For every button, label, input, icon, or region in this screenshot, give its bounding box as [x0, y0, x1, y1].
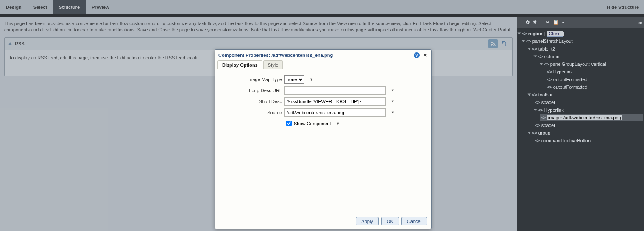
- tree-panelstretch[interactable]: <>panelStretchLayout: [522, 37, 643, 45]
- tab-style[interactable]: Style: [263, 60, 283, 69]
- label-short-desc: Short Desc: [221, 99, 284, 104]
- info-text: This page has been provided as a conveni…: [4, 20, 513, 33]
- dialog-footer: Apply OK Cancel: [356, 217, 427, 225]
- tree-region[interactable]: <>region [Close]: [518, 30, 643, 37]
- tree-column[interactable]: <>column: [534, 53, 643, 60]
- tree-toolbar[interactable]: <>toolbar: [528, 91, 643, 99]
- show-component-label: Show Component: [294, 121, 331, 126]
- ok-button[interactable]: OK: [381, 217, 399, 225]
- close-icon[interactable]: ✕: [422, 53, 428, 58]
- structure-toolbar: + ✿ ✖ ✂ 📋 ▾ » »: [517, 17, 644, 28]
- label-map-type: Image Map Type: [221, 77, 284, 82]
- component-properties-dialog: Component Properties: /adf/webcenter/rss…: [215, 49, 432, 229]
- label-source: Source: [221, 110, 284, 115]
- tree-image-selected[interactable]: <>image: /adf/webcenter/rss_ena.png: [540, 114, 643, 121]
- rss-icon[interactable]: [488, 39, 498, 48]
- dialog-form: Image Map Type none ▼ Long Desc URL ▼ Sh…: [215, 69, 431, 136]
- tree-cmdbutton[interactable]: <>commandToolbarButton: [534, 137, 643, 144]
- tree-output1[interactable]: <>outputFormatted: [546, 76, 643, 83]
- paste-menu-icon[interactable]: ▾: [562, 20, 564, 25]
- disclosure-icon[interactable]: [8, 42, 12, 45]
- rss-panel-header: RSS: [5, 38, 512, 50]
- label-long-desc: Long Desc URL: [221, 88, 284, 93]
- tab-display-options[interactable]: Display Options: [217, 60, 262, 69]
- refresh-icon[interactable]: [499, 39, 509, 48]
- dialog-header: Component Properties: /adf/webcenter/rss…: [215, 50, 431, 60]
- tree-hyperlink1[interactable]: <>Hyperlink: [546, 68, 643, 76]
- tab-select[interactable]: Select: [28, 0, 53, 14]
- map-type-menu-icon[interactable]: ▼: [309, 77, 313, 82]
- source-input[interactable]: [284, 108, 386, 117]
- tree-output2[interactable]: <>outputFormatted: [546, 83, 643, 91]
- tab-design[interactable]: Design: [0, 0, 28, 14]
- cancel-button[interactable]: Cancel: [401, 217, 427, 225]
- short-desc-input[interactable]: [284, 97, 386, 106]
- show-component-checkbox[interactable]: [286, 121, 292, 126]
- top-tabbar: Design Select Structure Preview Hide Str…: [0, 0, 644, 14]
- rss-title: RSS: [15, 41, 25, 46]
- source-menu-icon[interactable]: ▼: [391, 110, 395, 115]
- region-close-button[interactable]: Close: [547, 31, 563, 37]
- tree-group[interactable]: <>group: [528, 129, 643, 137]
- expand-icon[interactable]: » »: [638, 20, 641, 25]
- tree-panelgroup[interactable]: <>panelGroupLayout: vertical: [540, 60, 643, 68]
- hide-structure-link[interactable]: Hide Structure: [602, 0, 644, 14]
- long-desc-menu-icon[interactable]: ▼: [391, 88, 395, 93]
- tree-hyperlink2[interactable]: <>Hyperlink: [534, 106, 643, 114]
- structure-tree: <>region [Close] <>panelStretchLayout <>…: [517, 28, 644, 146]
- dialog-tabs: Display Options Style: [215, 60, 431, 69]
- cut-icon[interactable]: ✂: [546, 20, 549, 25]
- tree-spacer2[interactable]: <>spacer: [534, 121, 643, 129]
- tab-preview[interactable]: Preview: [86, 0, 115, 14]
- dialog-title: Component Properties: /adf/webcenter/rss…: [218, 53, 333, 58]
- delete-icon[interactable]: ✖: [533, 20, 537, 25]
- short-desc-menu-icon[interactable]: ▼: [391, 99, 395, 104]
- structure-panel: + ✿ ✖ ✂ 📋 ▾ » » <>region [Close] <>panel…: [517, 17, 644, 231]
- paste-icon[interactable]: 📋: [553, 20, 559, 25]
- tree-table[interactable]: <>table: t2: [528, 45, 643, 53]
- apply-button[interactable]: Apply: [356, 217, 379, 225]
- tree-spacer1[interactable]: <>spacer: [534, 99, 643, 106]
- help-icon[interactable]: ?: [414, 52, 420, 58]
- long-desc-input[interactable]: [284, 86, 386, 95]
- gear-icon[interactable]: ✿: [526, 20, 530, 25]
- show-component-menu-icon[interactable]: ▼: [336, 121, 340, 126]
- tab-structure[interactable]: Structure: [53, 0, 86, 14]
- map-type-select[interactable]: none: [284, 75, 304, 84]
- add-icon[interactable]: +: [520, 20, 522, 25]
